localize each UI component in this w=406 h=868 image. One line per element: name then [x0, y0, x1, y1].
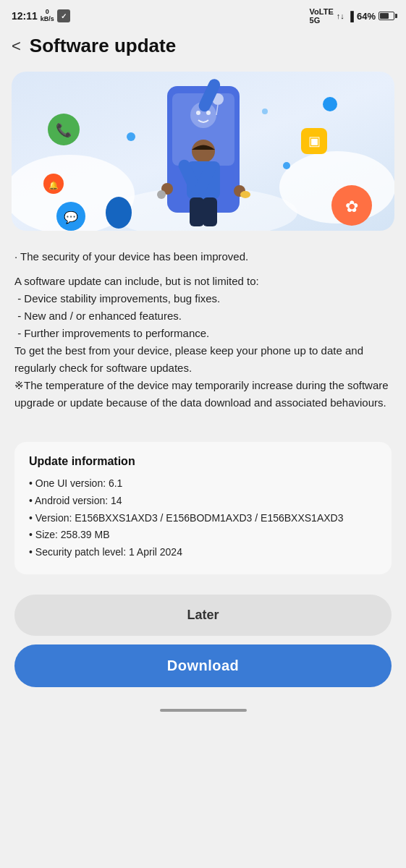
illustration-svg: 📞 💬 🔔 ▣ ✿ [12, 72, 394, 231]
svg-rect-16 [203, 197, 217, 226]
hero-illustration: 📞 💬 🔔 ▣ ✿ [12, 72, 394, 231]
battery-icon [378, 12, 394, 20]
svg-point-20 [240, 191, 250, 198]
svg-point-10 [192, 140, 215, 163]
content-area: · The security of your device has been i… [0, 242, 406, 430]
svg-point-6 [196, 111, 200, 115]
svg-point-19 [157, 190, 166, 199]
bottom-indicator [160, 709, 247, 712]
svg-text:▣: ▣ [308, 134, 321, 148]
update-info-title: Update information [29, 455, 377, 468]
button-area: Later Download [0, 586, 406, 702]
header: < Software update [0, 29, 406, 66]
svg-point-7 [206, 111, 211, 115]
security-note: · The security of your device has been i… [14, 248, 392, 265]
svg-text:🔔: 🔔 [48, 180, 59, 190]
svg-text:💬: 💬 [64, 210, 78, 224]
list-item: One UI version: 6.1 [29, 475, 377, 493]
list-item: Android version: 14 [29, 493, 377, 510]
svg-point-29 [323, 97, 337, 111]
signal-arrows: ↑↓ [337, 12, 344, 20]
status-right: VoLTE5G ↑↓ ▐ 64% [310, 7, 394, 25]
svg-text:📞: 📞 [56, 122, 72, 138]
update-info-card: Update information One UI version: 6.1 A… [14, 442, 392, 574]
page-title: Software update [30, 35, 176, 57]
status-time: 12:11 [12, 10, 38, 22]
bottom-bar [0, 702, 406, 723]
update-info-list: One UI version: 6.1 Android version: 14 … [29, 475, 377, 561]
notification-check-icon: ✓ [57, 9, 70, 22]
list-item: Security patch level: 1 April 2024 [29, 544, 377, 561]
list-item: Size: 258.39 MB [29, 527, 377, 544]
status-bar: 12:11 0kB/s ✓ VoLTE5G ↑↓ ▐ 64% [0, 0, 406, 29]
svg-point-32 [106, 197, 132, 229]
list-item: Version: E156BXXS1AXD3 / E156BODM1AXD3 /… [29, 510, 377, 527]
svg-point-35 [262, 109, 268, 114]
back-button[interactable]: < [12, 38, 21, 54]
signal-bars: ▐ [347, 11, 354, 22]
svg-point-34 [283, 162, 290, 169]
download-button[interactable]: Download [14, 644, 392, 687]
svg-text:✿: ✿ [345, 197, 358, 216]
network-label: VoLTE5G [310, 7, 334, 25]
status-kbs: 0kB/s [41, 9, 54, 23]
hero-section: 📞 💬 🔔 ▣ ✿ [0, 66, 406, 242]
update-description: · The security of your device has been i… [14, 248, 392, 412]
battery-percent: 64% [357, 11, 376, 22]
later-button[interactable]: Later [14, 595, 392, 636]
svg-rect-15 [190, 197, 204, 226]
svg-point-33 [127, 132, 135, 141]
update-para: A software update can include, but is no… [14, 273, 392, 412]
